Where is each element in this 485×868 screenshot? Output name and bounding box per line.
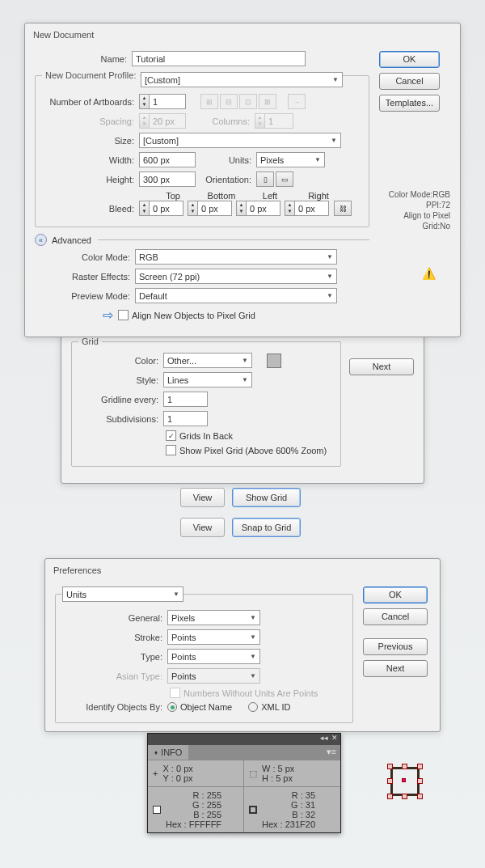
grids-in-back-checkbox[interactable]: ✓ [166, 430, 176, 441]
general-combo[interactable]: Pixels▼ [167, 610, 260, 625]
gridline-every-label: Gridline every: [78, 395, 163, 404]
panel-close-icon[interactable]: ✕ [331, 734, 338, 745]
asian-combo: Points▼ [167, 668, 260, 684]
subdivisions-input[interactable] [163, 411, 208, 426]
profile-combo[interactable]: [Custom]▼ [141, 72, 343, 87]
colormode-combo[interactable]: RGB▼ [135, 249, 337, 265]
prefs-next-button[interactable]: Next [363, 660, 428, 677]
xml-id-label: XML ID [261, 702, 290, 712]
xml-id-radio[interactable] [248, 702, 258, 712]
x-label: X : [162, 764, 173, 773]
prefs-ok-button[interactable]: OK [363, 586, 428, 603]
menu-row-1: View Show Grid [178, 488, 303, 507]
columns-spin: ▲▼ [255, 113, 293, 129]
orientation-portrait-icon[interactable]: ▯ [256, 171, 274, 187]
next-button[interactable]: Next [349, 358, 414, 375]
view-menu-button-2[interactable]: View [180, 518, 225, 537]
grid-legend: Grid [78, 337, 102, 346]
raster-label: Raster Effects: [38, 272, 135, 282]
arrange-arrow-icon: → [288, 94, 306, 109]
advanced-toggle[interactable]: « [35, 234, 47, 246]
prefs-cancel-button[interactable]: Cancel [363, 608, 428, 625]
show-grid-button[interactable]: Show Grid [232, 488, 301, 507]
bleed-label: Bleed: [42, 204, 139, 214]
panel-menu-icon[interactable]: ▾≡ [323, 745, 340, 759]
prefs-title: Preferences [45, 559, 440, 582]
w-label: W : [262, 764, 276, 773]
menu-row-2: View Snap to Grid [178, 518, 303, 537]
show-pixel-grid-label: Show Pixel Grid (Above 600% Zoom) [179, 446, 327, 455]
dimensions-icon: ⬚ [249, 768, 257, 779]
stroke-b: 32 [306, 810, 315, 819]
stroke-swatch-icon [249, 806, 257, 814]
align-pixel-checkbox[interactable] [118, 310, 129, 320]
grid-prefs-dialog: Grid Color: Other...▼ Style: Lines▼ Grid… [61, 328, 424, 484]
general-label: General: [62, 613, 167, 623]
ok-button[interactable]: OK [379, 51, 440, 68]
size-label: Size: [42, 136, 139, 146]
nounits-checkbox [170, 688, 180, 698]
nounits-label: Numbers Without Units Are Points [183, 688, 318, 698]
templates-button[interactable]: Templates... [379, 95, 440, 112]
grid-style-label: Style: [78, 375, 163, 385]
bleed-link-icon[interactable]: ⛓ [334, 201, 352, 216]
artboards-label: Number of Artboards: [42, 97, 139, 107]
spacing-spin: ▲▼ [139, 113, 186, 129]
preview-combo[interactable]: Default▼ [135, 288, 337, 303]
units-combo[interactable]: Pixels▼ [256, 152, 325, 167]
info-align: Align to Pixel Grid:No [379, 210, 450, 231]
orientation-landscape-icon[interactable]: ▭ [276, 171, 293, 187]
h-label: H : [262, 773, 273, 783]
grid-color-combo[interactable]: Other...▼ [163, 353, 252, 368]
grid-fieldset: Grid Color: Other...▼ Style: Lines▼ Grid… [71, 337, 341, 467]
artboards-spin[interactable]: ▲▼ [139, 94, 186, 109]
width-input[interactable] [139, 152, 196, 167]
cancel-button[interactable]: Cancel [379, 73, 440, 90]
stroke-combo[interactable]: Points▼ [167, 629, 260, 645]
stroke-g: 31 [306, 800, 315, 810]
grid-color-swatch[interactable] [267, 354, 281, 368]
arrange-rtl-icon: ⊠ [259, 94, 276, 109]
spacing-label: Spacing: [42, 116, 139, 126]
asian-label: Asian Type: [62, 671, 167, 681]
prefs-previous-button[interactable]: Previous [363, 638, 428, 655]
size-combo[interactable]: [Custom]▼ [139, 133, 341, 148]
arrange-grid-icon: ⊞ [200, 94, 218, 109]
pointer-arrow-icon: ⇨ [103, 307, 113, 323]
view-menu-button[interactable]: View [180, 488, 225, 507]
raster-combo[interactable]: Screen (72 ppi)▼ [135, 269, 337, 284]
advanced-label: Advanced [52, 235, 91, 245]
artwork-selection-preview [384, 760, 426, 802]
object-name-radio[interactable] [167, 702, 177, 712]
fill-hex: FFFFFF [189, 819, 221, 829]
height-input[interactable] [139, 171, 196, 187]
bleed-bottom-spin[interactable]: ▲▼ [188, 201, 232, 216]
arrange-col-icon: ⊡ [239, 94, 257, 109]
grids-in-back-label: Grids In Back [179, 431, 233, 441]
width-label: Width: [42, 155, 139, 165]
bleed-left-spin[interactable]: ▲▼ [236, 201, 280, 216]
show-pixel-grid-checkbox[interactable] [166, 445, 176, 455]
units-label: Units: [196, 155, 256, 165]
bleed-right-spin[interactable]: ▲▼ [285, 201, 329, 216]
w-value: 5 px [278, 764, 295, 773]
panel-collapse-icon[interactable]: ◂◂ [320, 734, 328, 745]
grid-style-combo[interactable]: Lines▼ [163, 372, 252, 387]
prefs-section-combo[interactable]: Units▼ [62, 586, 183, 602]
grid-color-label: Color: [78, 356, 163, 366]
snap-to-grid-button[interactable]: Snap to Grid [232, 518, 301, 537]
bleed-top-spin[interactable]: ▲▼ [139, 201, 183, 216]
gridline-every-input[interactable] [163, 392, 208, 407]
x-value: 0 px [176, 764, 193, 773]
info-tab[interactable]: ♦INFO [148, 745, 188, 760]
bleed-top-label: Top [149, 191, 197, 201]
units-fieldset: Units▼ General: Pixels▼ Stroke: Points▼ … [55, 586, 353, 723]
height-label: Height: [42, 175, 139, 184]
cursor-icon: + [153, 768, 158, 778]
type-label: Type: [62, 652, 167, 662]
warning-icon: ⚠️ [379, 267, 450, 280]
name-input[interactable] [132, 51, 306, 66]
subdivisions-label: Subdivisions: [78, 414, 163, 424]
y-value: 0 px [176, 773, 193, 783]
type-combo[interactable]: Points▼ [167, 649, 260, 664]
